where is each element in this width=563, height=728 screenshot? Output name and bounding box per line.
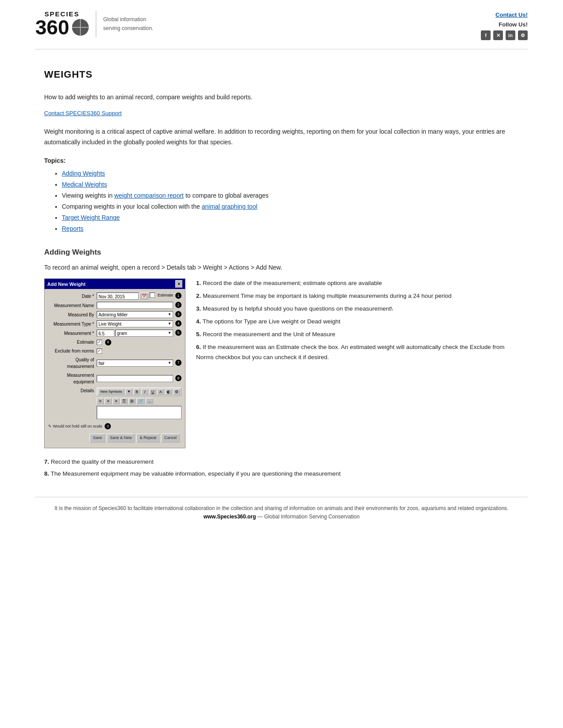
- note-2: 2. Measurement Time may be important is …: [196, 291, 519, 301]
- more-btn-2[interactable]: …: [146, 398, 153, 404]
- form-close-btn[interactable]: ×: [175, 280, 182, 288]
- measured-by-label: Measured By: [48, 311, 97, 318]
- measurement-value-input[interactable]: 6.5: [97, 330, 114, 337]
- facebook-icon[interactable]: f: [481, 30, 491, 40]
- equipment-input[interactable]: [97, 375, 173, 382]
- weight-comparison-link[interactable]: weight comparison report: [114, 192, 184, 199]
- equipment-label: Measurement equipment: [48, 372, 97, 385]
- note-3: 3. Measured by is helpful should you hav…: [196, 304, 519, 314]
- follow-us-label: Follow Us!: [481, 20, 528, 29]
- site-header: SPECIES 360 Global information serving c…: [35, 0, 528, 49]
- support-link[interactable]: Contact SPECIES360 Support: [44, 109, 519, 118]
- form-row-equipment: Measurement equipment 8: [48, 372, 181, 385]
- highlight-btn[interactable]: ◐: [165, 389, 172, 395]
- footer-note-text: ✎ Would not hold still on scale 0: [48, 423, 181, 429]
- contact-us-link[interactable]: Contact Us!: [481, 11, 528, 19]
- footer-url-line: www.Species360.org — Global Information …: [35, 513, 528, 521]
- measurement-label: Measurement *: [48, 330, 97, 337]
- topics-label: Topics:: [44, 156, 519, 165]
- list-item: Viewing weights in weight comparison rep…: [62, 191, 519, 200]
- save-btn[interactable]: Save: [90, 434, 105, 443]
- badge-3: 3: [175, 311, 181, 317]
- topics-list: Adding Weights Medical Weights Viewing w…: [44, 169, 519, 233]
- toolbar-row-2: ≡ ≡ ≡ ☰ ⊞ 🔗 …: [97, 398, 181, 404]
- measured-by-dropdown[interactable]: Admiring Miller: [97, 311, 173, 318]
- badge-7: 7: [175, 360, 181, 366]
- logo-area: SPECIES 360 Global information serving c…: [35, 11, 153, 38]
- logo-360: 360: [35, 17, 89, 38]
- footer-mission-text: It is the mission of Species360 to facil…: [35, 504, 528, 513]
- form-row-measurement-name: Measurement Name 2: [48, 302, 181, 309]
- animal-graphing-link[interactable]: animal graphing tool: [202, 203, 257, 210]
- estimate-checkbox-1[interactable]: [150, 293, 155, 298]
- footer-tagline: — Global Information Serving Conservatio…: [257, 514, 359, 520]
- adding-weights-section-title: Adding Weights: [44, 247, 519, 258]
- form-action-btns: Save Save & New & Repeat Cancel: [48, 432, 181, 444]
- italic-btn[interactable]: I: [141, 389, 148, 395]
- note-1: 1. Record the date of the measurement; e…: [196, 278, 519, 289]
- extra-note-7: 7. Record the quality of the measurement: [44, 457, 519, 467]
- measurement-unit-dropdown[interactable]: gram: [115, 330, 173, 337]
- reports-link[interactable]: Reports: [62, 225, 83, 232]
- bullet-list-btn[interactable]: ☰: [121, 398, 128, 404]
- font-color-btn[interactable]: A: [157, 389, 164, 395]
- more-btn-1[interactable]: ⚙: [173, 389, 180, 395]
- font-selector[interactable]: New Symbols: [98, 389, 125, 395]
- bold-btn[interactable]: B: [133, 389, 140, 395]
- font-size-selector[interactable]: ▼: [125, 389, 132, 395]
- calendar-icon[interactable]: 📅: [140, 293, 149, 300]
- medical-weights-link[interactable]: Medical Weights: [62, 181, 107, 188]
- page-title: WEIGHTS: [44, 67, 519, 82]
- list-item: Comparing weights in your local collecti…: [62, 202, 519, 211]
- twitter-icon[interactable]: ✕: [493, 30, 503, 40]
- adding-weights-link[interactable]: Adding Weights: [62, 170, 105, 177]
- form-row-measurement-type: Measurement Type * Live Weight 4: [48, 320, 181, 327]
- form-body: Date * Nov 30, 2015 📅 Estimate 1 Measure…: [45, 289, 185, 448]
- website-icon[interactable]: ⚙: [518, 30, 528, 40]
- quality-dropdown[interactable]: fair: [97, 360, 173, 367]
- align-right-btn[interactable]: ≡: [113, 398, 120, 404]
- logo-divider: [96, 11, 96, 38]
- align-center-btn[interactable]: ≡: [105, 398, 112, 404]
- header-right: Contact Us! Follow Us! f ✕ in ⚙: [481, 11, 528, 40]
- repeat-btn[interactable]: & Repeat: [136, 434, 159, 443]
- measurement-type-label: Measurement Type *: [48, 321, 97, 327]
- list-item: Reports: [62, 224, 519, 233]
- target-weight-link[interactable]: Target Weight Range: [62, 214, 120, 221]
- exclude-checkbox[interactable]: [97, 349, 102, 354]
- badge-6: 6: [105, 339, 111, 345]
- underline-btn[interactable]: U: [149, 389, 156, 395]
- form-row-exclude: Exclude from norms: [48, 348, 181, 354]
- table-btn[interactable]: ⊞: [128, 398, 136, 404]
- cancel-btn[interactable]: Cancel: [161, 434, 180, 443]
- badge-9: 0: [105, 423, 111, 429]
- link-btn[interactable]: 🔗: [136, 398, 145, 404]
- linkedin-icon[interactable]: in: [506, 30, 515, 40]
- estimate-label-1: Estimate: [158, 293, 173, 300]
- form-title-text: Add New Weight: [47, 281, 86, 288]
- intro-text: How to add weights to an animal record, …: [44, 92, 519, 102]
- estimate-label: Estimate: [48, 339, 97, 345]
- logo-tagline: Global information serving conservation.: [103, 15, 153, 32]
- note-6: 6. If the measurement was an Estimate ch…: [196, 342, 519, 363]
- extra-notes: 7. Record the quality of the measurement…: [44, 457, 519, 479]
- form-row-measured-by: Measured By Admiring Miller 3: [48, 311, 181, 318]
- form-row-estimate: Estimate 6: [48, 339, 181, 345]
- social-icons-group: f ✕ in ⚙: [481, 30, 528, 40]
- logo-badge: SPECIES 360: [35, 11, 89, 38]
- estimate-checkbox[interactable]: [97, 340, 102, 345]
- measurement-type-dropdown[interactable]: Live Weight: [97, 320, 173, 327]
- measurement-name-input[interactable]: [97, 302, 173, 309]
- measurement-name-label: Measurement Name: [48, 302, 97, 309]
- details-textarea[interactable]: [97, 406, 181, 419]
- page-footer: It is the mission of Species360 to facil…: [35, 497, 528, 521]
- footer-note-label: Would not hold still on scale: [53, 424, 102, 430]
- list-item: Adding Weights: [62, 169, 519, 178]
- save-new-btn[interactable]: Save & New: [107, 434, 135, 443]
- align-left-btn[interactable]: ≡: [97, 398, 104, 404]
- form-screenshot: Add New Weight × Date * Nov 30, 2015 📅 E…: [44, 278, 185, 448]
- footer-url[interactable]: www.Species360.org: [204, 514, 256, 520]
- date-input[interactable]: Nov 30, 2015: [97, 293, 139, 300]
- form-row-details: Details New Symbols ▼ B I U A ◐ ⚙: [48, 387, 181, 421]
- extra-note-8: 8. The Measurement equipment may be valu…: [44, 469, 519, 479]
